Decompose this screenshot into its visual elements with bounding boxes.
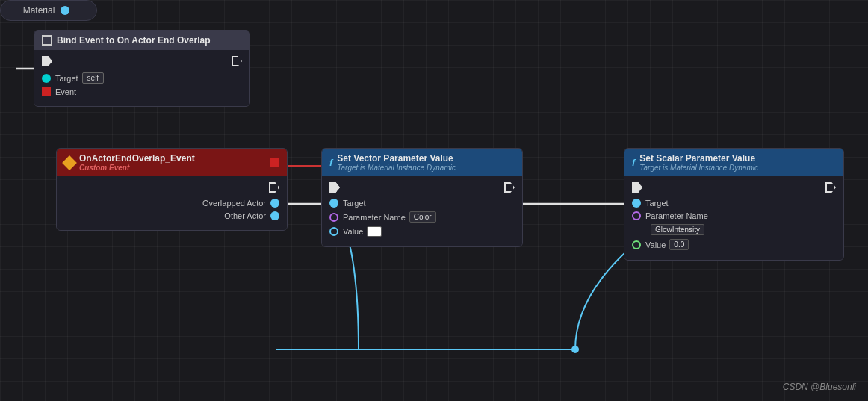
on-actor-title: OnActorEndOverlap_Event <box>79 153 195 164</box>
overlapped-actor-pin <box>270 199 279 208</box>
set-scalar-target-label: Target <box>645 199 669 208</box>
bind-event-body: Target self Event <box>34 50 249 106</box>
bind-self-badge: self <box>82 72 105 84</box>
set-scalar-value-label: Value <box>645 240 666 249</box>
bind-event-title: Bind Event to On Actor End Overlap <box>57 35 211 46</box>
set-scalar-title: Set Scalar Parameter Value <box>639 153 758 164</box>
set-vector-title: Set Vector Parameter Value <box>337 153 456 164</box>
set-scalar-param-pin <box>632 211 641 220</box>
set-vector-param-row: Parameter Name Color <box>329 211 515 223</box>
watermark: CSDN @Bluesonli <box>783 382 856 392</box>
set-vector-param-value: Color <box>409 211 436 223</box>
bind-event-pin-row: Event <box>42 87 242 96</box>
set-vector-exec-out <box>504 182 515 193</box>
on-actor-exec-row <box>64 182 279 193</box>
on-actor-end-overlap-node: OnActorEndOverlap_Event Custom Event Ove… <box>56 148 288 231</box>
set-scalar-body: Target Parameter Name GlowIntensity Valu… <box>624 176 843 260</box>
on-actor-exec-out <box>269 182 279 193</box>
on-actor-end-overlap-header: OnActorEndOverlap_Event Custom Event <box>57 149 287 176</box>
set-vector-header: f Set Vector Parameter Value Target is M… <box>322 149 522 176</box>
bind-exec-in <box>42 56 52 66</box>
on-actor-subtitle: Custom Event <box>79 164 195 172</box>
event-stop-icon <box>270 158 279 167</box>
set-vector-f-icon: f <box>329 157 332 168</box>
set-vector-value-row: Value <box>329 226 515 237</box>
custom-event-icon <box>62 155 77 170</box>
set-scalar-value-num: 0.0 <box>669 239 689 250</box>
bind-event-icon <box>42 35 52 46</box>
set-scalar-target-row: Target <box>632 199 836 208</box>
bind-event-pin <box>42 87 51 96</box>
material-label: Material <box>23 5 55 16</box>
set-vector-value-box <box>367 226 382 237</box>
set-scalar-param-value-row: GlowIntensity <box>632 224 836 235</box>
set-vector-body: Target Parameter Name Color Value <box>322 176 522 246</box>
svg-point-1 <box>571 346 579 353</box>
bind-target-label: Target <box>55 74 78 83</box>
bind-event-header: Bind Event to On Actor End Overlap <box>34 31 249 50</box>
set-vector-target-label: Target <box>343 199 366 208</box>
set-scalar-param-row: Parameter Name <box>632 211 836 220</box>
overlapped-actor-label: Overlapped Actor <box>202 199 266 208</box>
set-vector-target-pin <box>329 199 338 208</box>
other-actor-pin <box>270 211 279 220</box>
set-scalar-value-row: Value 0.0 <box>632 239 836 250</box>
other-actor-row: Other Actor <box>64 211 279 220</box>
set-vector-value-label: Value <box>343 227 363 236</box>
set-scalar-target-pin <box>632 199 641 208</box>
set-scalar-subtitle: Target is Material Instance Dynamic <box>639 164 758 172</box>
bind-target-row: Target self <box>42 72 242 84</box>
material-node: Material <box>0 0 97 21</box>
overlapped-actor-row: Overlapped Actor <box>64 199 279 208</box>
bind-exec-out <box>232 56 242 66</box>
set-scalar-exec-out <box>825 182 836 193</box>
material-pin <box>61 6 69 15</box>
set-vector-title-block: Set Vector Parameter Value Target is Mat… <box>337 153 456 172</box>
set-scalar-param-label: Parameter Name <box>645 211 708 220</box>
set-scalar-exec-in <box>632 182 642 193</box>
set-vector-value-pin <box>329 227 338 236</box>
set-vector-exec-in <box>329 182 340 193</box>
bind-target-pin <box>42 74 51 83</box>
event-red-square <box>270 158 279 167</box>
bind-exec-row <box>42 56 242 66</box>
exec-spacer <box>64 182 75 193</box>
set-vector-subtitle: Target is Material Instance Dynamic <box>337 164 456 172</box>
other-actor-label: Other Actor <box>224 211 266 220</box>
set-scalar-param-node: f Set Scalar Parameter Value Target is M… <box>624 148 844 261</box>
bind-event-label: Event <box>55 87 76 96</box>
set-scalar-param-value: GlowIntensity <box>651 224 704 235</box>
set-scalar-exec-row <box>632 182 836 193</box>
set-scalar-title-block: Set Scalar Parameter Value Target is Mat… <box>639 153 758 172</box>
set-scalar-f-icon: f <box>632 157 635 168</box>
on-actor-title-block: OnActorEndOverlap_Event Custom Event <box>79 153 195 172</box>
set-vector-exec-row <box>329 182 515 193</box>
bind-event-node: Bind Event to On Actor End Overlap Targe… <box>34 30 250 107</box>
set-vector-param-node: f Set Vector Parameter Value Target is M… <box>321 148 523 247</box>
set-scalar-value-pin <box>632 240 641 249</box>
on-actor-body: Overlapped Actor Other Actor <box>57 176 287 230</box>
set-vector-target-row: Target <box>329 199 515 208</box>
set-vector-param-label: Parameter Name <box>343 213 406 222</box>
set-vector-param-pin <box>329 213 338 222</box>
set-scalar-header: f Set Scalar Parameter Value Target is M… <box>624 149 843 176</box>
